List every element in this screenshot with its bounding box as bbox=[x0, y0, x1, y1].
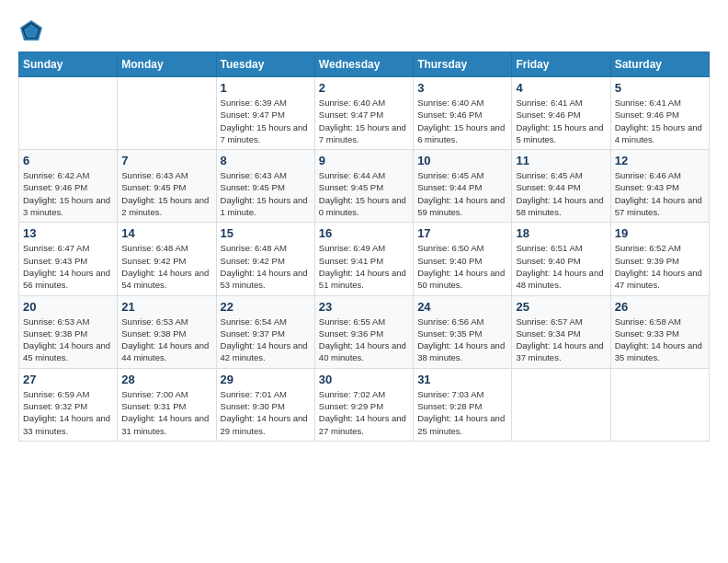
day-number: 22 bbox=[221, 300, 311, 314]
day-info: Sunrise: 6:45 AMSunset: 9:44 PMDaylight:… bbox=[516, 169, 606, 218]
day-number: 6 bbox=[23, 154, 113, 167]
calendar-week-2: 6Sunrise: 6:42 AMSunset: 9:46 PMDaylight… bbox=[19, 150, 710, 223]
calendar-cell: 28Sunrise: 7:00 AMSunset: 9:31 PMDayligh… bbox=[118, 368, 216, 441]
calendar-cell: 19Sunrise: 6:52 AMSunset: 9:39 PMDayligh… bbox=[610, 223, 709, 295]
calendar-cell: 14Sunrise: 6:48 AMSunset: 9:42 PMDayligh… bbox=[118, 223, 216, 295]
calendar-cell: 18Sunrise: 6:51 AMSunset: 9:40 PMDayligh… bbox=[512, 223, 610, 295]
day-info: Sunrise: 6:52 AMSunset: 9:39 PMDaylight:… bbox=[615, 242, 705, 291]
day-number: 30 bbox=[319, 373, 409, 386]
day-number: 9 bbox=[319, 154, 409, 167]
day-info: Sunrise: 6:46 AMSunset: 9:43 PMDaylight:… bbox=[615, 169, 705, 218]
calendar-table: SundayMondayTuesdayWednesdayThursdayFrid… bbox=[18, 52, 710, 442]
day-number: 1 bbox=[221, 81, 311, 95]
calendar-cell: 2Sunrise: 6:40 AMSunset: 9:47 PMDaylight… bbox=[314, 77, 413, 150]
calendar-cell bbox=[19, 77, 118, 150]
day-info: Sunrise: 6:47 AMSunset: 9:43 PMDaylight:… bbox=[23, 242, 113, 291]
calendar-cell: 11Sunrise: 6:45 AMSunset: 9:44 PMDayligh… bbox=[512, 150, 610, 223]
day-number: 3 bbox=[417, 81, 507, 95]
day-number: 25 bbox=[516, 300, 606, 314]
day-info: Sunrise: 6:55 AMSunset: 9:36 PMDaylight:… bbox=[319, 316, 409, 364]
weekday-header-wednesday: Wednesday bbox=[314, 52, 413, 77]
day-number: 31 bbox=[417, 373, 507, 386]
calendar-cell: 13Sunrise: 6:47 AMSunset: 9:43 PMDayligh… bbox=[19, 223, 118, 295]
calendar-cell: 27Sunrise: 6:59 AMSunset: 9:32 PMDayligh… bbox=[19, 368, 118, 441]
calendar-week-3: 13Sunrise: 6:47 AMSunset: 9:43 PMDayligh… bbox=[19, 223, 710, 295]
day-info: Sunrise: 6:53 AMSunset: 9:38 PMDaylight:… bbox=[121, 316, 211, 364]
day-number: 19 bbox=[615, 226, 705, 240]
calendar-cell: 1Sunrise: 6:39 AMSunset: 9:47 PMDaylight… bbox=[216, 77, 314, 150]
day-number: 4 bbox=[516, 81, 606, 95]
calendar-cell: 9Sunrise: 6:44 AMSunset: 9:45 PMDaylight… bbox=[314, 150, 413, 223]
calendar-cell: 30Sunrise: 7:02 AMSunset: 9:29 PMDayligh… bbox=[314, 368, 413, 441]
calendar-cell: 24Sunrise: 6:56 AMSunset: 9:35 PMDayligh… bbox=[414, 295, 512, 368]
calendar-week-4: 20Sunrise: 6:53 AMSunset: 9:38 PMDayligh… bbox=[19, 295, 710, 368]
day-number: 27 bbox=[23, 373, 113, 386]
calendar-cell: 8Sunrise: 6:43 AMSunset: 9:45 PMDaylight… bbox=[216, 150, 314, 223]
day-info: Sunrise: 6:41 AMSunset: 9:46 PMDaylight:… bbox=[516, 97, 606, 145]
day-info: Sunrise: 6:40 AMSunset: 9:47 PMDaylight:… bbox=[319, 97, 409, 145]
day-number: 29 bbox=[221, 373, 311, 386]
calendar-week-1: 1Sunrise: 6:39 AMSunset: 9:47 PMDaylight… bbox=[19, 77, 710, 150]
day-number: 23 bbox=[319, 300, 409, 314]
calendar-cell: 3Sunrise: 6:40 AMSunset: 9:46 PMDaylight… bbox=[414, 77, 512, 150]
day-info: Sunrise: 7:00 AMSunset: 9:31 PMDaylight:… bbox=[121, 388, 211, 437]
day-info: Sunrise: 6:49 AMSunset: 9:41 PMDaylight:… bbox=[319, 242, 409, 291]
weekday-header-friday: Friday bbox=[512, 52, 610, 77]
calendar-cell: 6Sunrise: 6:42 AMSunset: 9:46 PMDaylight… bbox=[19, 150, 118, 223]
day-info: Sunrise: 6:50 AMSunset: 9:40 PMDaylight:… bbox=[417, 242, 507, 291]
calendar-header-row: SundayMondayTuesdayWednesdayThursdayFrid… bbox=[19, 52, 710, 77]
calendar-cell: 12Sunrise: 6:46 AMSunset: 9:43 PMDayligh… bbox=[610, 150, 709, 223]
day-info: Sunrise: 6:40 AMSunset: 9:46 PMDaylight:… bbox=[417, 97, 507, 145]
weekday-header-saturday: Saturday bbox=[610, 52, 709, 77]
day-number: 17 bbox=[417, 226, 507, 240]
day-info: Sunrise: 7:02 AMSunset: 9:29 PMDaylight:… bbox=[319, 388, 409, 437]
calendar-cell: 22Sunrise: 6:54 AMSunset: 9:37 PMDayligh… bbox=[216, 295, 314, 368]
day-number: 15 bbox=[221, 226, 311, 240]
calendar-cell: 15Sunrise: 6:48 AMSunset: 9:42 PMDayligh… bbox=[216, 223, 314, 295]
day-number: 10 bbox=[417, 154, 507, 167]
day-info: Sunrise: 6:43 AMSunset: 9:45 PMDaylight:… bbox=[121, 169, 211, 218]
calendar-cell: 29Sunrise: 7:01 AMSunset: 9:30 PMDayligh… bbox=[216, 368, 314, 441]
day-info: Sunrise: 6:56 AMSunset: 9:35 PMDaylight:… bbox=[417, 316, 507, 364]
calendar-cell: 21Sunrise: 6:53 AMSunset: 9:38 PMDayligh… bbox=[118, 295, 216, 368]
day-number: 7 bbox=[121, 154, 211, 167]
day-info: Sunrise: 6:54 AMSunset: 9:37 PMDaylight:… bbox=[221, 316, 311, 364]
day-info: Sunrise: 6:51 AMSunset: 9:40 PMDaylight:… bbox=[516, 242, 606, 291]
day-number: 11 bbox=[516, 154, 606, 167]
calendar-cell: 4Sunrise: 6:41 AMSunset: 9:46 PMDaylight… bbox=[512, 77, 610, 150]
calendar-cell: 25Sunrise: 6:57 AMSunset: 9:34 PMDayligh… bbox=[512, 295, 610, 368]
logo-icon bbox=[18, 18, 44, 44]
day-number: 2 bbox=[319, 81, 409, 95]
day-info: Sunrise: 6:48 AMSunset: 9:42 PMDaylight:… bbox=[121, 242, 211, 291]
day-info: Sunrise: 7:01 AMSunset: 9:30 PMDaylight:… bbox=[221, 388, 311, 437]
day-info: Sunrise: 6:48 AMSunset: 9:42 PMDaylight:… bbox=[221, 242, 311, 291]
day-number: 18 bbox=[516, 226, 606, 240]
day-number: 26 bbox=[615, 300, 705, 314]
calendar-cell: 7Sunrise: 6:43 AMSunset: 9:45 PMDaylight… bbox=[118, 150, 216, 223]
day-info: Sunrise: 7:03 AMSunset: 9:28 PMDaylight:… bbox=[417, 388, 507, 437]
calendar-cell: 5Sunrise: 6:41 AMSunset: 9:46 PMDaylight… bbox=[610, 77, 709, 150]
day-info: Sunrise: 6:45 AMSunset: 9:44 PMDaylight:… bbox=[417, 169, 507, 218]
calendar-cell: 23Sunrise: 6:55 AMSunset: 9:36 PMDayligh… bbox=[314, 295, 413, 368]
calendar-cell: 31Sunrise: 7:03 AMSunset: 9:28 PMDayligh… bbox=[414, 368, 512, 441]
weekday-header-thursday: Thursday bbox=[414, 52, 512, 77]
day-number: 28 bbox=[121, 373, 211, 386]
day-number: 16 bbox=[319, 226, 409, 240]
day-info: Sunrise: 6:43 AMSunset: 9:45 PMDaylight:… bbox=[221, 169, 311, 218]
day-info: Sunrise: 6:39 AMSunset: 9:47 PMDaylight:… bbox=[221, 97, 311, 145]
day-info: Sunrise: 6:53 AMSunset: 9:38 PMDaylight:… bbox=[23, 316, 113, 364]
weekday-header-tuesday: Tuesday bbox=[216, 52, 314, 77]
day-number: 20 bbox=[23, 300, 113, 314]
day-number: 5 bbox=[615, 81, 705, 95]
weekday-header-sunday: Sunday bbox=[19, 52, 118, 77]
day-info: Sunrise: 6:57 AMSunset: 9:34 PMDaylight:… bbox=[516, 316, 606, 364]
calendar-cell bbox=[512, 368, 610, 441]
day-number: 14 bbox=[121, 226, 211, 240]
day-number: 8 bbox=[221, 154, 311, 167]
calendar-cell bbox=[118, 77, 216, 150]
day-number: 24 bbox=[417, 300, 507, 314]
calendar-week-5: 27Sunrise: 6:59 AMSunset: 9:32 PMDayligh… bbox=[19, 368, 710, 441]
day-number: 13 bbox=[23, 226, 113, 240]
calendar-cell bbox=[610, 368, 709, 441]
day-info: Sunrise: 6:44 AMSunset: 9:45 PMDaylight:… bbox=[319, 169, 409, 218]
